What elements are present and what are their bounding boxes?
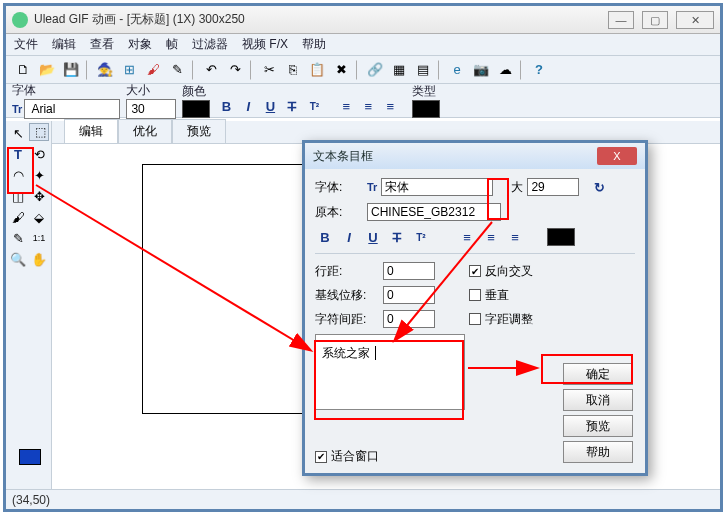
menu-filter[interactable]: 过滤器 [192, 36, 228, 53]
cloud-icon[interactable]: ☁ [494, 59, 516, 81]
italic-button[interactable]: I [238, 97, 258, 117]
arrow-tool-icon[interactable]: ↖ [8, 123, 28, 143]
grid-icon[interactable]: ▦ [388, 59, 410, 81]
help-icon[interactable]: ? [528, 59, 550, 81]
cancel-button[interactable]: 取消 [563, 389, 633, 411]
copy-icon[interactable]: ⎘ [282, 59, 304, 81]
kerning-input[interactable] [383, 310, 435, 328]
strike-button[interactable]: T̶ [282, 97, 302, 117]
bucket-tool-icon[interactable]: ⬙ [29, 207, 49, 227]
wand-tool-icon[interactable]: ✦ [29, 165, 49, 185]
dialog-font-label: 字体: [315, 179, 363, 196]
vertical-checkbox[interactable] [469, 289, 481, 301]
text-input[interactable]: 系统之家 [315, 334, 465, 410]
refresh-icon[interactable]: ↻ [589, 177, 609, 197]
size-select[interactable] [126, 99, 176, 119]
type-swatch[interactable] [412, 100, 440, 118]
maximize-button[interactable]: ▢ [642, 11, 668, 29]
help-button[interactable]: 帮助 [563, 441, 633, 463]
minimize-button[interactable]: — [608, 11, 634, 29]
delete-icon[interactable]: ✖ [330, 59, 352, 81]
d-align-left-button[interactable]: ≡ [457, 227, 477, 247]
text-value: 系统之家 [322, 346, 370, 360]
eyedropper-icon[interactable]: ✎ [166, 59, 188, 81]
lasso-tool-icon[interactable]: ◠ [8, 165, 28, 185]
d-super-button[interactable]: T² [411, 227, 431, 247]
ie-icon[interactable]: e [446, 59, 468, 81]
text-tool-icon[interactable]: T [8, 144, 28, 164]
transform-tool-icon[interactable]: ⬚ [29, 123, 49, 141]
hand-tool-icon[interactable]: ✋ [29, 249, 49, 269]
crop-tool-icon[interactable]: ◫ [8, 186, 28, 206]
d-bold-button[interactable]: B [315, 227, 335, 247]
dialog-font-select[interactable] [381, 178, 493, 196]
titlebar: Ulead GIF 动画 - [无标题] (1X) 300x250 — ▢ ✕ [6, 6, 720, 34]
paste-icon[interactable]: 📋 [306, 59, 328, 81]
kerning-label: 字符间距: [315, 311, 379, 328]
zoom11-tool-icon[interactable]: 1:1 [29, 228, 49, 248]
dialog-charset-select[interactable] [367, 203, 501, 221]
vertical-label: 垂直 [485, 287, 509, 304]
font-type-icon: Tr [12, 103, 22, 115]
dialog-size-select[interactable] [527, 178, 579, 196]
close-button[interactable]: ✕ [676, 11, 714, 29]
color-panel [11, 441, 47, 481]
align-right-button[interactable]: ≡ [380, 97, 400, 117]
rotate-tool-icon[interactable]: ⟲ [29, 144, 49, 164]
view-icon[interactable]: ▤ [412, 59, 434, 81]
undo-icon[interactable]: ↶ [200, 59, 222, 81]
fit-window-checkbox[interactable]: ✔ [315, 451, 327, 463]
menu-view[interactable]: 查看 [90, 36, 114, 53]
link-icon[interactable]: 🔗 [364, 59, 386, 81]
d-align-right-button[interactable]: ≡ [505, 227, 525, 247]
tab-edit[interactable]: 编辑 [64, 119, 118, 143]
toolbox: ↖⬚ T⟲ ◠✦ ◫✥ 🖌⬙ ✎1:1 🔍✋ [6, 121, 52, 489]
frame-icon[interactable]: ⊞ [118, 59, 140, 81]
tab-optimize[interactable]: 优化 [118, 119, 172, 143]
d-underline-button[interactable]: U [363, 227, 383, 247]
menu-help[interactable]: 帮助 [302, 36, 326, 53]
super-button[interactable]: T² [304, 97, 324, 117]
dialog-close-button[interactable]: X [597, 147, 637, 165]
color-swatch[interactable] [182, 100, 210, 118]
d-align-center-button[interactable]: ≡ [481, 227, 501, 247]
menu-object[interactable]: 对象 [128, 36, 152, 53]
app-icon [12, 12, 28, 28]
fg-color-swatch[interactable] [19, 449, 41, 465]
d-color-swatch[interactable] [547, 228, 575, 246]
picker-tool-icon[interactable]: ✎ [8, 228, 28, 248]
new-icon[interactable]: 🗋 [12, 59, 34, 81]
separator [192, 60, 196, 80]
main-toolbar: 🗋 📂 💾 🧙 ⊞ 🖌 ✎ ↶ ↷ ✂ ⎘ 📋 ✖ 🔗 ▦ ▤ e 📷 ☁ ? [6, 56, 720, 84]
bold-button[interactable]: B [216, 97, 236, 117]
menu-file[interactable]: 文件 [14, 36, 38, 53]
cut-icon[interactable]: ✂ [258, 59, 280, 81]
open-icon[interactable]: 📂 [36, 59, 58, 81]
kern-adj-checkbox[interactable] [469, 313, 481, 325]
line-spacing-input[interactable] [383, 262, 435, 280]
align-center-button[interactable]: ≡ [358, 97, 378, 117]
ok-button[interactable]: 确定 [563, 363, 633, 385]
tab-preview[interactable]: 预览 [172, 119, 226, 143]
paint-tool-icon[interactable]: 🖌 [8, 207, 28, 227]
camera-icon[interactable]: 📷 [470, 59, 492, 81]
redo-icon[interactable]: ↷ [224, 59, 246, 81]
align-left-button[interactable]: ≡ [336, 97, 356, 117]
zoom-tool-icon[interactable]: 🔍 [8, 249, 28, 269]
brush-icon[interactable]: 🖌 [142, 59, 164, 81]
wizard-icon[interactable]: 🧙 [94, 59, 116, 81]
save-icon[interactable]: 💾 [60, 59, 82, 81]
font-type-icon: Tr [367, 181, 377, 193]
preview-button[interactable]: 预览 [563, 415, 633, 437]
menu-edit[interactable]: 编辑 [52, 36, 76, 53]
font-select[interactable] [24, 99, 120, 119]
font-label: 字体 [12, 82, 36, 99]
d-italic-button[interactable]: I [339, 227, 359, 247]
reverse-checkbox[interactable]: ✔ [469, 265, 481, 277]
baseline-input[interactable] [383, 286, 435, 304]
menu-frame[interactable]: 帧 [166, 36, 178, 53]
underline-button[interactable]: U [260, 97, 280, 117]
d-strike-button[interactable]: T̶ [387, 227, 407, 247]
menu-video-fx[interactable]: 视频 F/X [242, 36, 288, 53]
move-tool-icon[interactable]: ✥ [29, 186, 49, 206]
